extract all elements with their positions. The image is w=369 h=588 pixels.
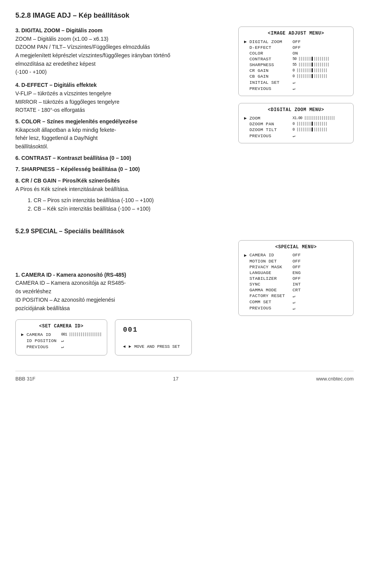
set-camera-id-menu-title: <SET CAMERA ID> [21, 324, 101, 329]
item6: 6. CONTRAST – Kontraszt beállítása (0 – … [15, 154, 231, 163]
image-adj-text: 3. DIGITAL ZOOM – Digitális zoom ZOOM – … [15, 27, 238, 216]
dzoom-row-tilt: DZOOM TILT 0 ||||||||▌||||||| [244, 127, 348, 132]
dzoom-row-zoom: ▶ ZOOM X1.00 |||||||||||||||| [244, 115, 348, 121]
camera-id-previous-row: PREVIOUS ↵ [21, 344, 101, 349]
section-title: 5.2.8 IMAGE ADJ – Kép beállítások [15, 12, 354, 20]
item8-sub: 1. CR – Piros szín intenzitás beállítása… [28, 196, 231, 213]
menu-row-d-effect: D-EFFECT OFF [244, 45, 348, 50]
menu-row-color: COLOR ON [244, 51, 348, 56]
item7: 7. SHARPNESS – Képélesség beállítása (0 … [15, 165, 231, 174]
special-row-sync: SYNC INT [244, 282, 348, 287]
dzoom-row-pan: DZOOM PAN 0 ||||||||▌||||||| [244, 121, 348, 126]
image-adjust-menu-box: <IMAGE ADJUST MENU> ▶ DIGITAL ZOOM OFF D… [238, 27, 354, 96]
menu-row-cb-gain: CB GAIN 0 ||||||||▌||||||| [244, 74, 348, 79]
menu-row-digital-zoom: ▶ DIGITAL ZOOM OFF [244, 39, 348, 44]
special-row-factory-reset: FACTORY RESET ↵ [244, 293, 348, 299]
menu-row-initial-set: INITIAL SET ↵ [244, 80, 348, 85]
special-text-col: 1. CAMERA ID - Kamera azonosító (RS-485)… [15, 240, 231, 355]
item3: 3. DIGITAL ZOOM – Digitális zoom ZOOM – … [15, 27, 231, 76]
special-section-title: 5.2.9 SPECIAL – Speciális beállítások [15, 228, 354, 235]
special-menu-box: <SPECIAL MENU> ▶ CAMERA ID OFF MOTION DE… [238, 240, 354, 316]
menu-row-previous-1: PREVIOUS ↵ [244, 86, 348, 91]
special-menu-title: <SPECIAL MENU> [244, 244, 348, 250]
footer-center: 17 [173, 376, 178, 382]
page-footer: BBB 31F 17 www.cnbtec.com [15, 371, 354, 382]
arrow-icon: ▶ [244, 39, 249, 44]
footer-left: BBB 31F [15, 376, 35, 382]
special-row-previous: PREVIOUS ↵ [244, 306, 348, 311]
item4: 4. D-EFFECT – Digitális effektek V-FLIP … [15, 81, 231, 115]
special-section: 5.2.9 SPECIAL – Speciális beállítások 1.… [15, 228, 354, 355]
id-number: 001 [123, 326, 184, 334]
special-row-language: LANGUAGE ENG [244, 270, 348, 275]
camera-id-row: ▶ CAMERA ID 001 ||||||||||||||||| [21, 332, 101, 337]
digital-zoom-menu-box: <DIGITAL ZOOM MENU> ▶ ZOOM X1.00 |||||||… [238, 103, 354, 143]
image-adjust-menu-title: <IMAGE ADJUST MENU> [244, 31, 348, 36]
special-content: 1. CAMERA ID - Kamera azonosító (RS-485)… [15, 240, 354, 355]
id-display-box: 001 ◄ ► MOVE AND PRESS SET [115, 319, 192, 355]
menu-row-sharpness: SHARPNESS 55 |||||||▌|||||||| [244, 62, 348, 67]
set-camera-id-menu-box: <SET CAMERA ID> ▶ CAMERA ID 001 ||||||||… [15, 319, 107, 355]
special-row-stabilizer: STABILIZER OFF [244, 276, 348, 281]
menu-row-cr-gain: CR GAIN 0 ||||||||▌||||||| [244, 68, 348, 73]
item5: 5. COLOR – Színes megjelenítés engedélye… [15, 118, 231, 151]
special-item1: 1. CAMERA ID - Kamera azonosító (RS-485)… [15, 271, 231, 312]
special-row-comm-set: COMM SET ↵ [244, 299, 348, 305]
item8: 8. CR / CB GAIN – Piros/Kék színerősítés… [15, 177, 231, 193]
image-adj-menus: <IMAGE ADJUST MENU> ▶ DIGITAL ZOOM OFF D… [238, 27, 354, 143]
special-row-privacy-mask: PRIVACY MASK OFF [244, 264, 348, 269]
footer-right: www.cnbtec.com [316, 376, 354, 382]
special-row-motion-det: MOTION DET OFF [244, 259, 348, 264]
special-row-camera-id: ▶ CAMERA ID OFF [244, 252, 348, 258]
special-row-gamma-mode: GAMMA MODE CRT [244, 287, 348, 292]
menu-row-contrast: CONTRAST 50 |||||||▌|||||||| [244, 56, 348, 61]
dzoom-row-previous: PREVIOUS ↵ [244, 133, 348, 138]
camera-id-boxes-row: <SET CAMERA ID> ▶ CAMERA ID 001 ||||||||… [15, 319, 231, 355]
digital-zoom-menu-title: <DIGITAL ZOOM MENU> [244, 107, 348, 113]
special-menu-col: <SPECIAL MENU> ▶ CAMERA ID OFF MOTION DE… [238, 240, 354, 316]
id-position-row: ID POSITION ↵ [21, 338, 101, 343]
image-adj-section: 3. DIGITAL ZOOM – Digitális zoom ZOOM – … [15, 27, 354, 216]
move-press-bar: ◄ ► MOVE AND PRESS SET [123, 344, 184, 349]
